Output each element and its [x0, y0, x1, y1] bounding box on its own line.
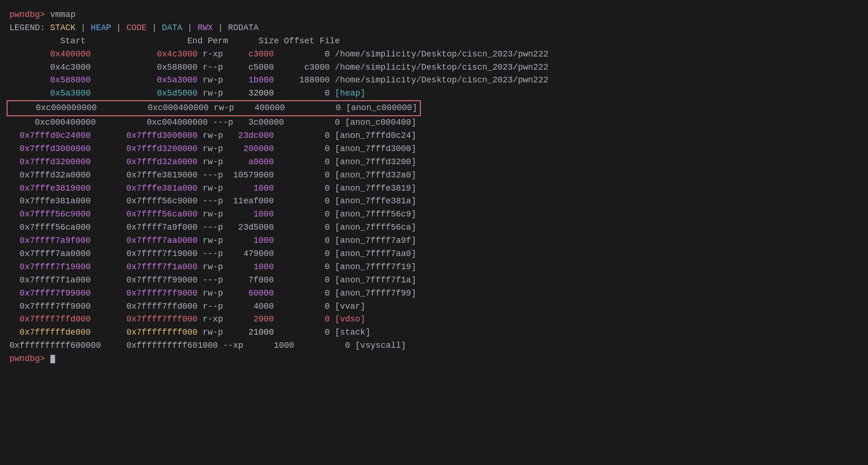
command: vmmap: [50, 8, 75, 22]
offset: 0: [274, 221, 330, 234]
final-prompt: pwndbg>: [9, 353, 50, 366]
size: 2000: [223, 313, 274, 326]
start-addr: 0x5a3000: [9, 87, 91, 100]
size: 400000: [234, 102, 285, 115]
offset: 0: [274, 248, 330, 261]
size: 11eaf000: [223, 195, 274, 208]
start-addr: 0x7fffe381a000: [9, 195, 91, 208]
legend-rodata: RODATA: [228, 22, 259, 35]
start-addr: 0x7fffd0c24000: [9, 129, 91, 143]
end-addr: 0x7ffff7f1a000: [91, 261, 198, 274]
size: 1000: [223, 234, 274, 248]
size: 21000: [223, 326, 274, 339]
size: 1000: [223, 208, 274, 221]
legend-data: DATA: [162, 22, 182, 35]
size: 10579000: [223, 169, 274, 182]
size: 1b000: [223, 74, 274, 87]
end-addr: 0x7ffff56ca000: [91, 208, 198, 221]
table-row: 0x7ffff7aa0000 0x7ffff7f19000 ---p 47900…: [9, 248, 859, 261]
start-addr: 0x7fffd3200000: [9, 156, 91, 169]
size: 1000: [243, 339, 294, 353]
perm: rw-p: [198, 156, 223, 169]
table-row: 0x7fffd3200000 0x7fffd32a0000 rw-p a0000…: [9, 156, 859, 169]
file: /home/simplicity/Desktop/ciscn_2023/pwn2…: [330, 74, 548, 87]
offset: 0: [274, 182, 330, 195]
start-addr: 0xc000400000: [9, 116, 96, 129]
perm: r--p: [198, 300, 223, 313]
file: [anon_7ffff7f19]: [330, 261, 417, 274]
file: [anon_c000400]: [340, 116, 416, 129]
start-addr: 0x400000: [9, 48, 91, 61]
end-addr: 0x5a3000: [91, 74, 198, 87]
file: [anon_7fffd32a0]: [330, 169, 417, 182]
end-addr: 0x5d5000: [91, 87, 198, 100]
sep2: |: [111, 22, 126, 35]
end-addr: 0x7ffff7a9f000: [91, 221, 198, 234]
file: [vsyscall]: [350, 339, 406, 353]
file: [anon_7fffd0c24]: [330, 129, 417, 143]
file: [anon_7ffff7f99]: [330, 287, 417, 300]
command-line: pwndbg> vmmap: [9, 8, 859, 22]
prompt: pwndbg>: [9, 8, 50, 22]
sep3: |: [147, 22, 162, 35]
start-addr: 0x4c3000: [9, 61, 91, 74]
end-addr: 0x7ffff7ffd000: [91, 300, 198, 313]
perm: rw-p: [198, 208, 223, 221]
size: 23d5000: [223, 221, 274, 234]
offset: 0: [274, 156, 330, 169]
rows-container: 0x400000 0x4c3000 r-xp c3000 0 /home/sim…: [9, 48, 859, 353]
offset: 0: [274, 287, 330, 300]
end-addr: 0x7fffd3000000: [91, 129, 198, 143]
end-addr: 0x7ffff7f99000: [91, 274, 198, 287]
perm: ---p: [198, 221, 223, 234]
offset: 0: [274, 234, 330, 248]
offset: c3000: [274, 61, 330, 74]
table-row: 0x7ffff56ca000 0x7ffff7a9f000 ---p 23d50…: [9, 221, 859, 234]
file: [vdso]: [330, 313, 366, 326]
table-row: 0x7ffff7ff9000 0x7ffff7ffd000 r--p 4000 …: [9, 300, 859, 313]
perm: rw-p: [198, 326, 223, 339]
end-addr: 0x7fffe3819000: [91, 169, 198, 182]
perm: ---p: [198, 169, 223, 182]
legend-label: LEGEND:: [9, 22, 50, 35]
start-addr: 0x7ffff7f19000: [9, 261, 91, 274]
perm: rw-p: [198, 182, 223, 195]
sep4: |: [182, 22, 197, 35]
end-addr: 0x4c3000: [91, 48, 198, 61]
size: c3000: [223, 48, 274, 61]
offset: 0: [274, 208, 330, 221]
table-header: Start End Perm Size Offset File: [9, 35, 859, 48]
table-row: 0x7fffd3000000 0x7fffd3200000 rw-p 20000…: [9, 143, 859, 156]
file: [anon_7fffd3000]: [330, 143, 417, 156]
perm: ---p: [198, 195, 223, 208]
offset: 0: [274, 169, 330, 182]
start-addr: 0xffffffffff600000: [9, 339, 101, 353]
cursor: [50, 355, 55, 363]
offset: 0: [294, 339, 350, 353]
table-row: 0xc000000000 0xc000400000 rw-p 400000 0 …: [9, 100, 859, 116]
start-addr: 0x7ffff56c9000: [9, 208, 91, 221]
file: [anon_7ffff7aa0]: [330, 248, 417, 261]
perm: r-xp: [198, 48, 223, 61]
end-addr: 0x7ffffffff000: [91, 326, 198, 339]
perm: r-xp: [198, 313, 223, 326]
size: 1000: [223, 182, 274, 195]
table-row: 0x7ffffffde000 0x7ffffffff000 rw-p 21000…: [9, 326, 859, 339]
size: 23dc000: [223, 129, 274, 143]
file: [anon_7ffff7a9f]: [330, 234, 417, 248]
offset: 0: [285, 102, 341, 115]
terminal: pwndbg> vmmap LEGEND: STACK | HEAP | COD…: [9, 8, 859, 366]
file: [heap]: [330, 87, 366, 100]
legend-rwx: RWX: [198, 22, 213, 35]
file: [anon_7fffe381a]: [330, 195, 417, 208]
perm: rw-p: [198, 74, 223, 87]
end-addr: 0x7ffff7aa0000: [91, 234, 198, 248]
size: 3c00000: [233, 116, 284, 129]
highlighted-row: 0xc000000000 0xc000400000 rw-p 400000 0 …: [7, 100, 421, 116]
size: a0000: [223, 156, 274, 169]
offset: 0: [274, 300, 330, 313]
start-addr: 0xc000000000: [10, 102, 97, 115]
table-row: 0x7fffe3819000 0x7fffe381a000 rw-p 1000 …: [9, 182, 859, 195]
file: [anon_7ffff56ca]: [330, 221, 417, 234]
size: 200000: [223, 143, 274, 156]
